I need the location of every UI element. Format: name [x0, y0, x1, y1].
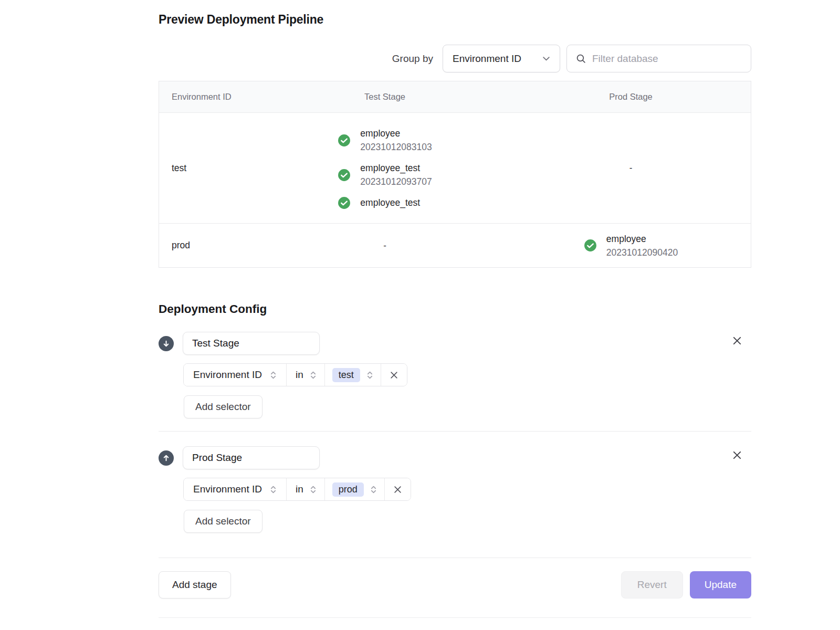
success-check-icon: [338, 134, 351, 147]
table-controls: Group by Environment ID: [159, 45, 751, 72]
table-row: prod - employee 20231012090420: [159, 223, 751, 267]
test-stage-cell: employee 20231012083103 employee_test 20…: [259, 127, 511, 209]
table-row: test employee 20231012083103: [159, 112, 751, 223]
update-button[interactable]: Update: [690, 571, 751, 598]
database-name: employee_test: [360, 196, 420, 209]
success-check-icon: [338, 169, 351, 182]
deployment-version: 20231012093707: [360, 175, 432, 188]
stage-name-input[interactable]: [183, 446, 320, 469]
filter-database-field[interactable]: [566, 45, 751, 72]
selector-key-select[interactable]: Environment ID: [184, 478, 287, 500]
close-icon: [389, 370, 399, 380]
add-selector-button[interactable]: Add selector: [184, 395, 262, 418]
selector-operator-select[interactable]: in: [287, 364, 325, 386]
add-selector-button[interactable]: Add selector: [184, 510, 262, 533]
deployment-text: employee 20231012083103: [360, 127, 432, 154]
selector-operator-label: in: [296, 484, 303, 495]
selector-key-label: Environment ID: [193, 484, 262, 495]
add-stage-button[interactable]: Add stage: [159, 571, 231, 598]
close-icon: [731, 449, 743, 461]
stage-head: [159, 332, 751, 355]
chevron-up-down-icon: [269, 371, 278, 380]
environment-id-cell: test: [159, 127, 259, 209]
close-icon: [731, 335, 743, 346]
empty-stage-dash: -: [383, 240, 386, 251]
remove-selector-button[interactable]: [381, 364, 407, 386]
remove-stage-button[interactable]: [730, 448, 744, 462]
remove-stage-button[interactable]: [730, 334, 744, 348]
deployment-item: employee 20231012090420: [584, 232, 678, 259]
deployment-text: employee 20231012090420: [606, 232, 678, 259]
success-check-icon: [338, 196, 351, 209]
column-header-environment-id: Environment ID: [159, 81, 259, 112]
stage-name-input[interactable]: [183, 332, 320, 355]
selector-operator-label: in: [296, 369, 303, 381]
footer-divider: [159, 558, 751, 558]
deployment-version: 20231012090420: [606, 246, 678, 259]
database-name: employee: [360, 127, 432, 140]
chevron-down-icon: [541, 54, 551, 64]
page-title: Preview Deployment Pipeline: [159, 13, 751, 27]
revert-button[interactable]: Revert: [621, 571, 683, 598]
selector-value-badge: test: [332, 368, 360, 382]
test-stage-deployments: employee 20231012083103 employee_test 20…: [338, 127, 432, 209]
prod-stage-cell: -: [511, 127, 751, 209]
chevron-up-down-icon: [309, 371, 318, 380]
empty-stage-dash: -: [629, 163, 633, 173]
deployment-config-title: Deployment Config: [159, 302, 751, 316]
end-divider: [159, 617, 751, 618]
stage-config-prod: Environment ID in prod Add selector: [159, 432, 751, 533]
prod-stage-cell: employee 20231012090420: [511, 224, 751, 267]
search-icon: [575, 53, 586, 64]
chevron-up-down-icon: [269, 485, 278, 494]
deployment-version: 20231012083103: [360, 140, 432, 154]
environment-id-cell: prod: [159, 224, 259, 267]
close-icon: [393, 485, 403, 495]
selector-values-select[interactable]: prod: [325, 478, 385, 500]
selector-rule: Environment ID in test: [183, 363, 407, 386]
column-header-prod-stage: Prod Stage: [511, 81, 751, 112]
group-by-selected-value: Environment ID: [453, 53, 521, 65]
pipeline-preview-table: Environment ID Test Stage Prod Stage tes…: [159, 81, 751, 268]
chevron-up-down-icon: [365, 371, 374, 380]
test-stage-cell: -: [259, 224, 511, 267]
selector-key-select[interactable]: Environment ID: [184, 364, 287, 386]
deployment-text: employee_test 20231012093707: [360, 161, 432, 188]
selector-key-label: Environment ID: [193, 369, 262, 381]
deployment-item: employee_test: [338, 196, 432, 209]
chevron-up-down-icon: [369, 485, 378, 494]
arrow-down-circle-icon: [159, 336, 174, 351]
selector-rule: Environment ID in prod: [183, 478, 411, 501]
footer-right-actions: Revert Update: [621, 571, 751, 598]
selector-values-select[interactable]: test: [325, 364, 381, 386]
database-name: employee_test: [360, 161, 432, 175]
deployment-text: employee_test: [360, 196, 420, 209]
table-header-row: Environment ID Test Stage Prod Stage: [159, 81, 751, 112]
database-name: employee: [606, 232, 678, 246]
stage-head: [159, 446, 751, 469]
deployment-pipeline-page: Preview Deployment Pipeline Group by Env…: [159, 0, 751, 618]
group-by-label: Group by: [392, 53, 433, 65]
arrow-up-circle-icon: [159, 450, 174, 466]
selector-value-badge: prod: [332, 482, 364, 497]
success-check-icon: [584, 239, 597, 252]
selector-operator-select[interactable]: in: [287, 478, 325, 500]
footer-actions: Add stage Revert Update: [159, 571, 751, 598]
group-by-select[interactable]: Environment ID: [443, 45, 560, 72]
deployment-item: employee 20231012083103: [338, 127, 432, 154]
filter-database-input[interactable]: [592, 53, 742, 65]
chevron-up-down-icon: [309, 485, 318, 494]
remove-selector-button[interactable]: [385, 478, 411, 500]
stage-config-test: Environment ID in test Add selector: [159, 332, 751, 418]
deployment-item: employee_test 20231012093707: [338, 161, 432, 188]
column-header-test-stage: Test Stage: [259, 81, 511, 112]
